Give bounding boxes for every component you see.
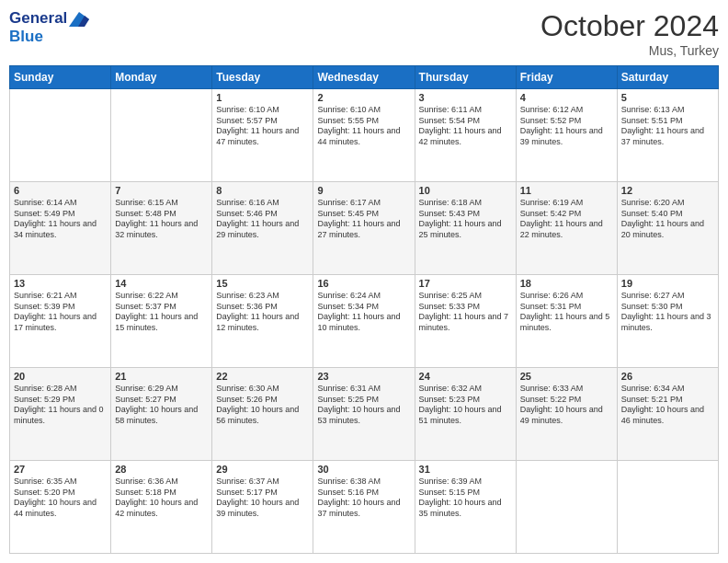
calendar-table: Sunday Monday Tuesday Wednesday Thursday… [9, 65, 719, 554]
calendar-cell: 13Sunrise: 6:21 AM Sunset: 5:39 PM Dayli… [10, 275, 111, 368]
cell-info: Sunrise: 6:19 AM Sunset: 5:42 PM Dayligh… [520, 198, 613, 241]
cell-info: Sunrise: 6:12 AM Sunset: 5:52 PM Dayligh… [520, 105, 613, 148]
title-block: October 2024 Mus, Turkey [540, 9, 719, 58]
day-number: 24 [419, 371, 512, 382]
day-number: 9 [317, 185, 410, 196]
cell-info: Sunrise: 6:23 AM Sunset: 5:36 PM Dayligh… [216, 291, 309, 334]
cell-info: Sunrise: 6:21 AM Sunset: 5:39 PM Dayligh… [14, 291, 107, 334]
day-number: 23 [317, 371, 410, 382]
calendar-cell: 3Sunrise: 6:11 AM Sunset: 5:54 PM Daylig… [415, 89, 516, 182]
col-monday: Monday [111, 66, 212, 89]
calendar-cell: 30Sunrise: 6:38 AM Sunset: 5:16 PM Dayli… [313, 461, 415, 554]
day-number: 30 [317, 464, 410, 475]
day-number: 6 [14, 185, 107, 196]
cell-info: Sunrise: 6:35 AM Sunset: 5:20 PM Dayligh… [14, 477, 107, 520]
calendar-cell: 12Sunrise: 6:20 AM Sunset: 5:40 PM Dayli… [617, 182, 718, 275]
calendar-cell: 27Sunrise: 6:35 AM Sunset: 5:20 PM Dayli… [10, 461, 111, 554]
day-number: 8 [216, 185, 309, 196]
cell-info: Sunrise: 6:33 AM Sunset: 5:22 PM Dayligh… [520, 384, 613, 427]
cell-info: Sunrise: 6:16 AM Sunset: 5:46 PM Dayligh… [216, 198, 309, 241]
day-number: 17 [419, 278, 512, 289]
cell-info: Sunrise: 6:18 AM Sunset: 5:43 PM Dayligh… [419, 198, 512, 241]
day-number: 4 [520, 92, 613, 103]
col-sunday: Sunday [10, 66, 111, 89]
day-number: 5 [621, 92, 714, 103]
calendar-cell: 17Sunrise: 6:25 AM Sunset: 5:33 PM Dayli… [415, 275, 516, 368]
cell-info: Sunrise: 6:22 AM Sunset: 5:37 PM Dayligh… [115, 291, 208, 334]
cell-info: Sunrise: 6:31 AM Sunset: 5:25 PM Dayligh… [317, 384, 410, 427]
calendar-cell: 24Sunrise: 6:32 AM Sunset: 5:23 PM Dayli… [415, 368, 516, 461]
cell-info: Sunrise: 6:27 AM Sunset: 5:30 PM Dayligh… [621, 291, 714, 334]
day-number: 25 [520, 371, 613, 382]
day-number: 27 [14, 464, 107, 475]
day-number: 12 [621, 185, 714, 196]
day-number: 31 [419, 464, 512, 475]
cell-info: Sunrise: 6:24 AM Sunset: 5:34 PM Dayligh… [317, 291, 410, 334]
calendar-cell [10, 89, 111, 182]
calendar-cell: 18Sunrise: 6:26 AM Sunset: 5:31 PM Dayli… [516, 275, 617, 368]
calendar-cell: 28Sunrise: 6:36 AM Sunset: 5:18 PM Dayli… [111, 461, 212, 554]
calendar-cell: 10Sunrise: 6:18 AM Sunset: 5:43 PM Dayli… [415, 182, 516, 275]
day-number: 16 [317, 278, 410, 289]
day-number: 2 [317, 92, 410, 103]
day-number: 15 [216, 278, 309, 289]
col-tuesday: Tuesday [212, 66, 313, 89]
day-number: 18 [520, 278, 613, 289]
cell-info: Sunrise: 6:15 AM Sunset: 5:48 PM Dayligh… [115, 198, 208, 241]
logo: General Blue [9, 9, 89, 45]
day-number: 28 [115, 464, 208, 475]
calendar-week-5: 27Sunrise: 6:35 AM Sunset: 5:20 PM Dayli… [10, 461, 719, 554]
calendar-cell: 5Sunrise: 6:13 AM Sunset: 5:51 PM Daylig… [617, 89, 718, 182]
calendar-cell: 21Sunrise: 6:29 AM Sunset: 5:27 PM Dayli… [111, 368, 212, 461]
cell-info: Sunrise: 6:14 AM Sunset: 5:49 PM Dayligh… [14, 198, 107, 241]
calendar-cell [516, 461, 617, 554]
cell-info: Sunrise: 6:37 AM Sunset: 5:17 PM Dayligh… [216, 477, 309, 520]
day-number: 29 [216, 464, 309, 475]
col-wednesday: Wednesday [313, 66, 415, 89]
calendar-cell: 4Sunrise: 6:12 AM Sunset: 5:52 PM Daylig… [516, 89, 617, 182]
cell-info: Sunrise: 6:11 AM Sunset: 5:54 PM Dayligh… [419, 105, 512, 148]
cell-info: Sunrise: 6:28 AM Sunset: 5:29 PM Dayligh… [14, 384, 107, 427]
calendar-week-4: 20Sunrise: 6:28 AM Sunset: 5:29 PM Dayli… [10, 368, 719, 461]
calendar-cell: 15Sunrise: 6:23 AM Sunset: 5:36 PM Dayli… [212, 275, 313, 368]
col-friday: Friday [516, 66, 617, 89]
day-number: 20 [14, 371, 107, 382]
day-number: 21 [115, 371, 208, 382]
cell-info: Sunrise: 6:36 AM Sunset: 5:18 PM Dayligh… [115, 477, 208, 520]
header: General Blue October 2024 Mus, Turkey [9, 9, 719, 58]
logo-blue: Blue [9, 28, 89, 46]
calendar-cell: 16Sunrise: 6:24 AM Sunset: 5:34 PM Dayli… [313, 275, 415, 368]
day-number: 3 [419, 92, 512, 103]
calendar-cell: 9Sunrise: 6:17 AM Sunset: 5:45 PM Daylig… [313, 182, 415, 275]
cell-info: Sunrise: 6:17 AM Sunset: 5:45 PM Dayligh… [317, 198, 410, 241]
cell-info: Sunrise: 6:39 AM Sunset: 5:15 PM Dayligh… [419, 477, 512, 520]
calendar-cell: 8Sunrise: 6:16 AM Sunset: 5:46 PM Daylig… [212, 182, 313, 275]
calendar-cell: 1Sunrise: 6:10 AM Sunset: 5:57 PM Daylig… [212, 89, 313, 182]
calendar-week-3: 13Sunrise: 6:21 AM Sunset: 5:39 PM Dayli… [10, 275, 719, 368]
calendar-week-1: 1Sunrise: 6:10 AM Sunset: 5:57 PM Daylig… [10, 89, 719, 182]
cell-info: Sunrise: 6:30 AM Sunset: 5:26 PM Dayligh… [216, 384, 309, 427]
day-number: 7 [115, 185, 208, 196]
calendar-cell: 23Sunrise: 6:31 AM Sunset: 5:25 PM Dayli… [313, 368, 415, 461]
calendar-cell: 6Sunrise: 6:14 AM Sunset: 5:49 PM Daylig… [10, 182, 111, 275]
cell-info: Sunrise: 6:10 AM Sunset: 5:57 PM Dayligh… [216, 105, 309, 148]
calendar-cell: 19Sunrise: 6:27 AM Sunset: 5:30 PM Dayli… [617, 275, 718, 368]
logo-text: General [9, 9, 89, 28]
calendar-cell [617, 461, 718, 554]
calendar-cell: 22Sunrise: 6:30 AM Sunset: 5:26 PM Dayli… [212, 368, 313, 461]
month-title: October 2024 [540, 9, 719, 43]
calendar-cell: 2Sunrise: 6:10 AM Sunset: 5:55 PM Daylig… [313, 89, 415, 182]
calendar-cell: 14Sunrise: 6:22 AM Sunset: 5:37 PM Dayli… [111, 275, 212, 368]
cell-info: Sunrise: 6:38 AM Sunset: 5:16 PM Dayligh… [317, 477, 410, 520]
cell-info: Sunrise: 6:34 AM Sunset: 5:21 PM Dayligh… [621, 384, 714, 427]
calendar-cell: 20Sunrise: 6:28 AM Sunset: 5:29 PM Dayli… [10, 368, 111, 461]
calendar-week-2: 6Sunrise: 6:14 AM Sunset: 5:49 PM Daylig… [10, 182, 719, 275]
day-number: 26 [621, 371, 714, 382]
cell-info: Sunrise: 6:13 AM Sunset: 5:51 PM Dayligh… [621, 105, 714, 148]
cell-info: Sunrise: 6:29 AM Sunset: 5:27 PM Dayligh… [115, 384, 208, 427]
location: Mus, Turkey [540, 43, 719, 58]
col-thursday: Thursday [415, 66, 516, 89]
day-number: 11 [520, 185, 613, 196]
calendar-cell: 7Sunrise: 6:15 AM Sunset: 5:48 PM Daylig… [111, 182, 212, 275]
cell-info: Sunrise: 6:32 AM Sunset: 5:23 PM Dayligh… [419, 384, 512, 427]
